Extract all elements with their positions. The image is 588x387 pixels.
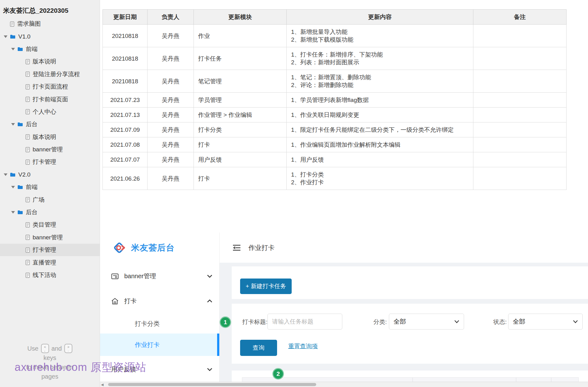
menu-item-用户反馈[interactable]: 用户反馈 bbox=[100, 358, 219, 381]
expand-triangle-icon[interactable] bbox=[11, 211, 15, 214]
admin-logo: 米友荟后台 bbox=[100, 233, 219, 263]
tree-item-版本说明[interactable]: 版本说明 bbox=[0, 131, 100, 143]
menu-item-label: 作业打卡 bbox=[135, 341, 160, 349]
tree-item-label: 后台 bbox=[26, 208, 38, 216]
tree-item-广场[interactable]: 广场 bbox=[0, 193, 100, 206]
hint-and-text: and bbox=[52, 344, 62, 353]
table-cell: 1、作业编辑页面增加作业解析附文本编辑 bbox=[287, 137, 473, 152]
content-line: 2、新增批下载模版功能 bbox=[291, 36, 469, 44]
document-icon bbox=[25, 247, 30, 253]
column-header: 更新内容 bbox=[287, 10, 473, 25]
tree-item-label: 前端 bbox=[26, 183, 38, 191]
changelog-table: 更新日期负责人更新模块更新内容备注 20210818吴丹燕作业1、新增批量导入功… bbox=[103, 9, 567, 190]
document-icon bbox=[25, 273, 30, 278]
menu-item-作业打卡[interactable]: 作业打卡 bbox=[100, 334, 219, 356]
chevron-down-icon bbox=[207, 274, 212, 278]
tree-item-需求脑图[interactable]: 需求脑图 bbox=[0, 18, 100, 30]
tree-item-label: 前端 bbox=[26, 45, 38, 53]
tree-item-前端[interactable]: 前端 bbox=[0, 43, 100, 55]
task-title-input[interactable] bbox=[267, 314, 342, 329]
page-tree: 需求脑图V1.0前端版本说明登陆注册分享流程打卡页面流程打卡前端页面个人中心后台… bbox=[0, 18, 100, 281]
tree-item-线下活动[interactable]: 线下活动 bbox=[0, 269, 100, 281]
tree-item-label: 打卡管理 bbox=[33, 158, 56, 166]
status-label: 状态: bbox=[493, 318, 507, 326]
tree-item-label: V2.0 bbox=[18, 171, 30, 178]
tree-item-V2.0[interactable]: V2.0 bbox=[0, 168, 100, 181]
new-task-button[interactable]: + 新建打卡任务 bbox=[240, 279, 292, 294]
scroll-left-arrow-icon[interactable]: ◀ bbox=[101, 382, 103, 387]
expand-triangle-icon[interactable] bbox=[11, 48, 15, 50]
content-line: 1、笔记：新增置顶、删除功能 bbox=[291, 73, 469, 81]
tree-item-打卡前端页面[interactable]: 打卡前端页面 bbox=[0, 93, 100, 105]
table-row: 20210818吴丹燕笔记管理1、笔记：新增置顶、删除功能2、评论：新增删除功能 bbox=[103, 70, 567, 93]
tree-item-直播管理[interactable]: 直播管理 bbox=[0, 256, 100, 269]
scrollbar-thumb[interactable] bbox=[108, 383, 316, 386]
hint-use-text: Use bbox=[27, 344, 39, 353]
expand-triangle-icon[interactable] bbox=[11, 186, 15, 188]
tree-item-版本说明[interactable]: 版本说明 bbox=[0, 55, 100, 68]
embedded-prototype: 米友荟后台 banner管理打卡打卡分类作业打卡用户反馈 作业打卡 + 新建打卡… bbox=[100, 233, 588, 387]
tree-item-前端[interactable]: 前端 bbox=[0, 181, 100, 193]
tree-item-登陆注册分享流程[interactable]: 登陆注册分享流程 bbox=[0, 68, 100, 81]
document-icon bbox=[25, 84, 30, 90]
document-icon bbox=[25, 235, 30, 240]
tree-item-打卡管理[interactable]: 打卡管理 bbox=[0, 244, 100, 256]
chevron-down-icon bbox=[454, 320, 459, 323]
tree-item-打卡管理[interactable]: 打卡管理 bbox=[0, 156, 100, 168]
table-cell: 吴丹燕 bbox=[148, 122, 194, 137]
tree-item-V1.0[interactable]: V1.0 bbox=[0, 30, 100, 43]
category-select[interactable]: 全部 bbox=[389, 314, 464, 329]
tree-item-label: V1.0 bbox=[18, 33, 30, 40]
expand-triangle-icon[interactable] bbox=[4, 173, 7, 176]
tree-item-类目管理[interactable]: 类目管理 bbox=[0, 219, 100, 231]
chevron-down-icon bbox=[573, 320, 578, 323]
content-line: 2、列表：新增封面图展示 bbox=[291, 58, 469, 66]
tree-item-banner管理[interactable]: banner管理 bbox=[0, 143, 100, 156]
menu-item-打卡分类[interactable]: 打卡分类 bbox=[100, 314, 219, 334]
tree-item-后台[interactable]: 后台 bbox=[0, 118, 100, 131]
document-icon bbox=[25, 97, 30, 102]
tree-item-label: 版本说明 bbox=[33, 58, 56, 66]
table-cell: 打卡 bbox=[194, 137, 287, 152]
table-cell: 2021.07.09 bbox=[103, 122, 148, 137]
table-cell: 吴丹燕 bbox=[148, 93, 194, 108]
page-root: 米友荟汇总_20220305 需求脑图V1.0前端版本说明登陆注册分享流程打卡页… bbox=[0, 0, 588, 387]
status-select[interactable]: 全部 bbox=[508, 314, 583, 329]
hint-line-3: to move between bbox=[0, 362, 100, 372]
selected-indicator-bar bbox=[217, 334, 219, 356]
table-cell: 吴丹燕 bbox=[148, 70, 194, 93]
reset-filters-link[interactable]: 重置查询项 bbox=[288, 342, 318, 350]
chevron-up-icon bbox=[207, 299, 212, 303]
tree-item-打卡页面流程[interactable]: 打卡页面流程 bbox=[0, 81, 100, 93]
table-cell bbox=[473, 108, 567, 122]
project-title: 米友荟汇总_20220305 bbox=[3, 6, 68, 15]
table-cell: 1、用户反馈 bbox=[287, 152, 473, 167]
expand-triangle-icon[interactable] bbox=[4, 35, 7, 38]
menu-item-banner管理[interactable]: banner管理 bbox=[100, 265, 219, 288]
menu-item-打卡[interactable]: 打卡 bbox=[100, 290, 219, 312]
folder-icon bbox=[10, 35, 16, 39]
document-icon bbox=[10, 21, 14, 27]
table-row: 2021.07.07吴丹燕用户反馈1、用户反馈 bbox=[103, 152, 567, 167]
expand-triangle-icon[interactable] bbox=[11, 123, 15, 126]
column-header: 负责人 bbox=[148, 10, 194, 25]
table-cell: 作业管理 > 作业编辑 bbox=[194, 108, 287, 122]
tree-item-label: 直播管理 bbox=[33, 259, 56, 267]
content-line: 1、打卡分类 bbox=[291, 171, 469, 178]
content-line: 1、作业关联日期规则变更 bbox=[291, 111, 469, 119]
query-button[interactable]: 查询 bbox=[240, 340, 277, 356]
key-comma-icon: <, bbox=[41, 344, 49, 353]
horizontal-scrollbar[interactable]: ◀ bbox=[100, 382, 588, 387]
menu-fold-icon[interactable] bbox=[232, 244, 241, 251]
hint-line-4: pages bbox=[0, 372, 100, 381]
column-header: 更新日期 bbox=[103, 10, 148, 25]
tree-item-banner管理[interactable]: banner管理 bbox=[0, 231, 100, 244]
tree-item-后台[interactable]: 后台 bbox=[0, 206, 100, 219]
tree-item-label: 后台 bbox=[26, 120, 38, 128]
menu-item-label: banner管理 bbox=[124, 272, 156, 280]
menu-item-label: 打卡分类 bbox=[135, 320, 160, 328]
annotation-badge-2: 2 bbox=[272, 368, 284, 380]
table-cell: 作业 bbox=[194, 25, 287, 47]
content-line: 1、新增批量导入功能 bbox=[291, 28, 469, 36]
tree-item-个人中心[interactable]: 个人中心 bbox=[0, 106, 100, 118]
